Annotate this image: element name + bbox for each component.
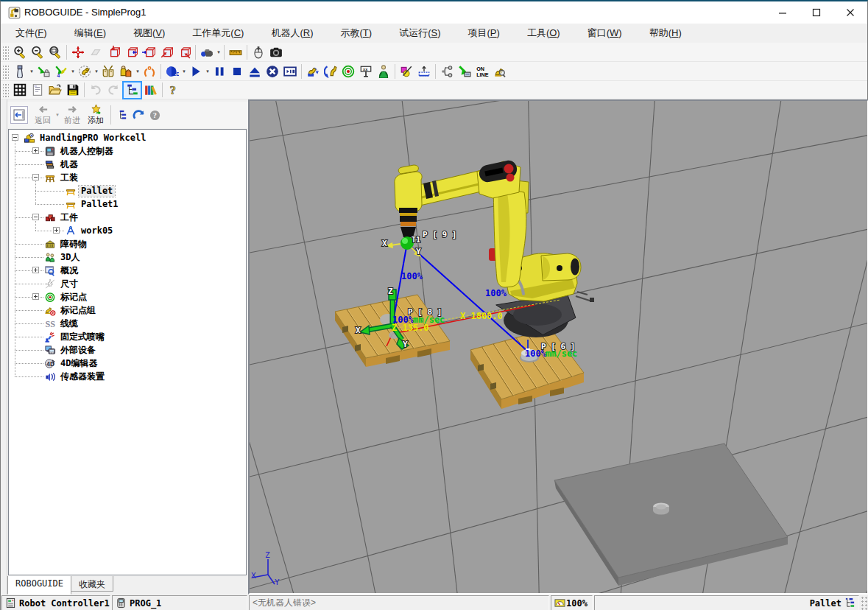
menu-window[interactable]: 窗口(W) [579, 24, 631, 43]
pause-button[interactable] [211, 63, 228, 80]
help-question-button[interactable] [165, 81, 183, 99]
tree-item-Pallet1[interactable]: Pallet1 [79, 199, 121, 210]
tree-expand-minus[interactable] [32, 174, 39, 180]
library-books-button[interactable] [142, 81, 160, 99]
tree-item-传感器装置[interactable]: 传感器装置 [58, 371, 107, 382]
tree-item-概况[interactable]: 概况 [58, 265, 80, 276]
close-button[interactable] [833, 1, 867, 24]
open-folder-button[interactable] [46, 81, 64, 99]
tree-item-线缆[interactable]: 线缆 [58, 318, 80, 329]
snapshot-camera-button[interactable] [267, 43, 285, 61]
jog-tool-dropdown-caret[interactable]: ▾ [29, 63, 35, 80]
cube-iso-ne-button[interactable] [158, 43, 175, 61]
zoom-out-button[interactable] [29, 43, 46, 61]
stop-button[interactable] [228, 63, 246, 80]
center-view-button[interactable] [69, 43, 87, 61]
back-button[interactable]: 返回 [32, 103, 53, 127]
dock-panel-button[interactable] [10, 106, 28, 124]
signpost-button[interactable] [357, 63, 375, 80]
pickup-box-dropdown-caret[interactable]: ▾ [135, 63, 141, 80]
robot-home-button[interactable] [304, 63, 322, 80]
tree-item-4D编辑器[interactable]: 4D编辑器 [58, 358, 99, 369]
cube-right-button[interactable] [140, 43, 158, 61]
tree-item-HandlingPRO-Workcell[interactable]: HandlingPRO Workcell [38, 133, 149, 144]
save-floppy-button[interactable] [64, 81, 82, 99]
add-button[interactable]: 添加 [85, 103, 106, 127]
turn-robot-button[interactable] [322, 63, 339, 80]
tree-expand-plus[interactable] [32, 147, 39, 154]
cube-iso-se-button[interactable] [175, 43, 193, 61]
tree-expand-minus[interactable] [12, 134, 18, 141]
menu-robot[interactable]: 机器人(R) [262, 24, 322, 43]
tree-item-工件[interactable]: 工件 [58, 212, 80, 223]
menu-file[interactable]: 文件(F) [7, 24, 56, 43]
human-figure-button[interactable] [375, 63, 392, 80]
menu-project[interactable]: 项目(P) [459, 24, 509, 43]
mouse-button[interactable] [250, 43, 267, 61]
ruler-button[interactable] [227, 43, 244, 61]
tree-expand-plus[interactable] [53, 227, 60, 234]
cube-left-button[interactable] [122, 43, 140, 61]
tree-item-Pallet[interactable]: Pallet [79, 186, 115, 197]
gripper-orange-button[interactable] [141, 63, 158, 80]
dock-station-button[interactable] [415, 63, 433, 80]
minimize-button[interactable] [766, 1, 800, 24]
robot-teach-dropdown-caret[interactable]: ▾ [93, 63, 99, 80]
tree-item-机器[interactable]: 机器 [58, 159, 80, 170]
tree-item-外部设备[interactable]: 外部设备 [58, 345, 98, 356]
step-mode-button[interactable] [281, 63, 299, 80]
undo-button[interactable] [87, 81, 105, 99]
panel-refresh-button[interactable] [130, 107, 147, 123]
camera-view-button[interactable] [198, 43, 216, 61]
redo-button[interactable] [105, 81, 122, 99]
pickup-box-button[interactable] [117, 63, 135, 80]
resize-grip[interactable] [860, 595, 868, 610]
document-notes-button[interactable] [29, 81, 46, 99]
zoom-window-button[interactable] [46, 43, 64, 61]
camera-view-dropdown-caret[interactable]: ▾ [216, 43, 222, 61]
panel-grip[interactable] [1, 99, 7, 595]
panel-tree-button[interactable] [114, 107, 130, 123]
tree-item-3D人[interactable]: 3D人 [58, 252, 82, 263]
import-monitor-button[interactable] [456, 63, 473, 80]
hand-guide-button[interactable] [99, 63, 117, 80]
maximize-button[interactable] [800, 1, 833, 24]
abort-button[interactable] [264, 63, 281, 80]
run-2d-button[interactable] [163, 63, 181, 80]
online-mode-button[interactable] [473, 63, 491, 80]
menu-cell[interactable]: 工作单元(C) [183, 24, 253, 43]
panel-help-button[interactable] [147, 107, 163, 123]
tree-item-标记点[interactable]: 标记点 [58, 292, 89, 303]
robot-teach-button[interactable] [76, 63, 93, 80]
menu-teach[interactable]: 示教(T) [332, 24, 381, 43]
play-button[interactable] [187, 63, 205, 80]
tree-view-button[interactable] [122, 81, 142, 99]
target-point-button[interactable] [339, 63, 357, 80]
tree-expand-minus[interactable] [32, 214, 39, 220]
menu-view[interactable]: 视图(V) [124, 24, 174, 43]
3d-viewport[interactable]: P [ 9 ] T1 X Y X Y Z P [ 8 ] P [ 6 ] 100… [248, 99, 868, 595]
toolbar-grip[interactable] [3, 64, 9, 79]
jog-frame-dropdown-caret[interactable]: ▾ [70, 63, 76, 80]
menu-help[interactable]: 帮助(H) [641, 24, 691, 43]
tree-item-障碍物[interactable]: 障碍物 [58, 239, 89, 250]
draw-features-button[interactable] [398, 63, 415, 80]
tree-expand-plus[interactable] [32, 267, 39, 273]
cube-top-button[interactable] [105, 43, 122, 61]
jog-frame-button[interactable] [52, 63, 70, 80]
jog-tool-button[interactable] [11, 63, 29, 80]
plane-view-button[interactable] [87, 43, 105, 61]
run-2d-dropdown-caret[interactable]: ▾ [181, 63, 187, 80]
eject-button[interactable] [246, 63, 264, 80]
menu-edit[interactable]: 编辑(E) [66, 24, 115, 43]
tree-expand-plus[interactable] [32, 293, 39, 300]
menu-test-run[interactable]: 试运行(S) [390, 24, 449, 43]
menu-tools[interactable]: 工具(O) [518, 24, 569, 43]
play-dropdown-caret[interactable]: ▾ [205, 63, 211, 80]
tree-item-机器人控制器[interactable]: 机器人控制器 [58, 146, 116, 157]
tree-item-尺寸[interactable]: 尺寸 [58, 278, 80, 290]
robot-finder-button[interactable] [491, 63, 509, 80]
tree-item-工装[interactable]: 工装 [58, 172, 80, 183]
io-nodes-button[interactable] [438, 63, 456, 80]
tree-item-work05[interactable]: work05 [79, 225, 115, 236]
